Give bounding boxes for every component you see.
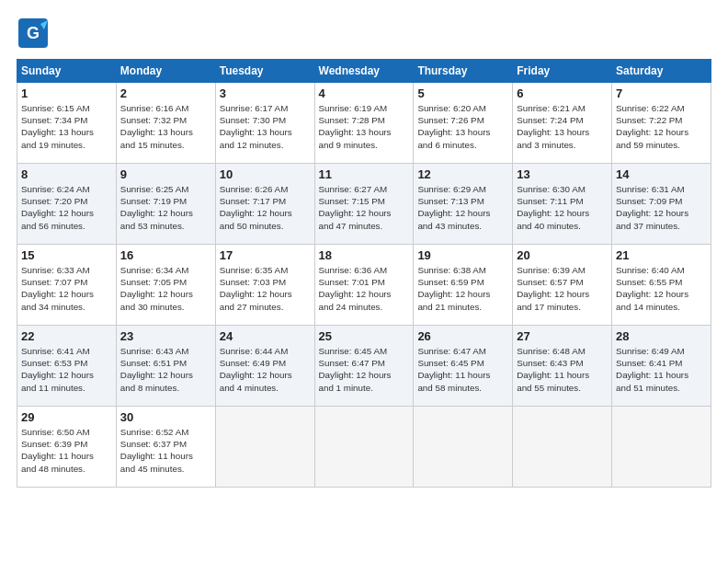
day-info: Sunrise: 6:52 AMSunset: 6:37 PMDaylight:… [120, 426, 211, 475]
day-info: Sunrise: 6:20 AMSunset: 7:26 PMDaylight:… [417, 102, 508, 151]
table-row: 8Sunrise: 6:24 AMSunset: 7:20 PMDaylight… [17, 164, 117, 245]
day-number: 8 [21, 167, 112, 181]
table-row [414, 407, 513, 488]
day-info: Sunrise: 6:49 AMSunset: 6:41 PMDaylight:… [616, 345, 707, 394]
day-number: 3 [220, 86, 311, 100]
table-row: 24Sunrise: 6:44 AMSunset: 6:49 PMDayligh… [215, 326, 314, 407]
page: G Sunday Monday Tuesday Wednesday Thursd… [0, 0, 728, 563]
table-row: 7Sunrise: 6:22 AMSunset: 7:22 PMDaylight… [612, 83, 711, 164]
day-number: 20 [517, 248, 608, 262]
day-info: Sunrise: 6:35 AMSunset: 7:03 PMDaylight:… [220, 264, 311, 313]
table-row [513, 407, 612, 488]
day-info: Sunrise: 6:34 AMSunset: 7:05 PMDaylight:… [120, 264, 211, 313]
table-row: 18Sunrise: 6:36 AMSunset: 7:01 PMDayligh… [314, 245, 414, 326]
header: G [17, 17, 711, 50]
day-number: 18 [319, 248, 410, 262]
day-info: Sunrise: 6:41 AMSunset: 6:53 PMDaylight:… [21, 345, 112, 394]
day-number: 5 [417, 86, 508, 100]
day-info: Sunrise: 6:48 AMSunset: 6:43 PMDaylight:… [517, 345, 608, 394]
day-number: 28 [616, 329, 707, 343]
col-tuesday: Tuesday [215, 60, 314, 83]
table-row: 3Sunrise: 6:17 AMSunset: 7:30 PMDaylight… [215, 83, 314, 164]
day-info: Sunrise: 6:36 AMSunset: 7:01 PMDaylight:… [319, 264, 410, 313]
day-info: Sunrise: 6:16 AMSunset: 7:32 PMDaylight:… [120, 102, 211, 151]
day-info: Sunrise: 6:47 AMSunset: 6:45 PMDaylight:… [417, 345, 508, 394]
day-number: 15 [21, 248, 112, 262]
table-row: 19Sunrise: 6:38 AMSunset: 6:59 PMDayligh… [414, 245, 513, 326]
table-row [215, 407, 314, 488]
table-row: 17Sunrise: 6:35 AMSunset: 7:03 PMDayligh… [215, 245, 314, 326]
table-row: 1Sunrise: 6:15 AMSunset: 7:34 PMDaylight… [17, 83, 117, 164]
logo-icon: G [17, 17, 50, 50]
col-friday: Friday [513, 60, 612, 83]
day-info: Sunrise: 6:19 AMSunset: 7:28 PMDaylight:… [319, 102, 410, 151]
logo: G [17, 17, 53, 50]
table-row: 21Sunrise: 6:40 AMSunset: 6:55 PMDayligh… [612, 245, 711, 326]
day-info: Sunrise: 6:22 AMSunset: 7:22 PMDaylight:… [616, 102, 707, 151]
day-number: 23 [120, 329, 211, 343]
day-number: 22 [21, 329, 112, 343]
day-info: Sunrise: 6:24 AMSunset: 7:20 PMDaylight:… [21, 183, 112, 232]
day-number: 7 [616, 86, 707, 100]
day-info: Sunrise: 6:25 AMSunset: 7:19 PMDaylight:… [120, 183, 211, 232]
day-number: 1 [21, 86, 112, 100]
day-info: Sunrise: 6:33 AMSunset: 7:07 PMDaylight:… [21, 264, 112, 313]
table-row: 6Sunrise: 6:21 AMSunset: 7:24 PMDaylight… [513, 83, 612, 164]
day-info: Sunrise: 6:30 AMSunset: 7:11 PMDaylight:… [517, 183, 608, 232]
table-row: 5Sunrise: 6:20 AMSunset: 7:26 PMDaylight… [414, 83, 513, 164]
day-number: 4 [319, 86, 410, 100]
day-info: Sunrise: 6:40 AMSunset: 6:55 PMDaylight:… [616, 264, 707, 313]
calendar-week-row: 8Sunrise: 6:24 AMSunset: 7:20 PMDaylight… [17, 164, 711, 245]
day-number: 13 [517, 167, 608, 181]
day-number: 17 [220, 248, 311, 262]
day-info: Sunrise: 6:38 AMSunset: 6:59 PMDaylight:… [417, 264, 508, 313]
day-number: 19 [417, 248, 508, 262]
table-row: 14Sunrise: 6:31 AMSunset: 7:09 PMDayligh… [612, 164, 711, 245]
table-row: 29Sunrise: 6:50 AMSunset: 6:39 PMDayligh… [17, 407, 117, 488]
table-row: 16Sunrise: 6:34 AMSunset: 7:05 PMDayligh… [116, 245, 215, 326]
day-info: Sunrise: 6:45 AMSunset: 6:47 PMDaylight:… [319, 345, 410, 394]
day-info: Sunrise: 6:39 AMSunset: 6:57 PMDaylight:… [517, 264, 608, 313]
day-number: 25 [319, 329, 410, 343]
calendar-week-row: 29Sunrise: 6:50 AMSunset: 6:39 PMDayligh… [17, 407, 711, 488]
table-row: 28Sunrise: 6:49 AMSunset: 6:41 PMDayligh… [612, 326, 711, 407]
col-thursday: Thursday [414, 60, 513, 83]
table-row: 22Sunrise: 6:41 AMSunset: 6:53 PMDayligh… [17, 326, 117, 407]
day-number: 12 [417, 167, 508, 181]
table-row: 9Sunrise: 6:25 AMSunset: 7:19 PMDaylight… [116, 164, 215, 245]
table-row: 2Sunrise: 6:16 AMSunset: 7:32 PMDaylight… [116, 83, 215, 164]
day-info: Sunrise: 6:31 AMSunset: 7:09 PMDaylight:… [616, 183, 707, 232]
col-sunday: Sunday [17, 60, 117, 83]
day-number: 16 [120, 248, 211, 262]
day-info: Sunrise: 6:17 AMSunset: 7:30 PMDaylight:… [220, 102, 311, 151]
day-info: Sunrise: 6:15 AMSunset: 7:34 PMDaylight:… [21, 102, 112, 151]
calendar-week-row: 1Sunrise: 6:15 AMSunset: 7:34 PMDaylight… [17, 83, 711, 164]
day-info: Sunrise: 6:44 AMSunset: 6:49 PMDaylight:… [220, 345, 311, 394]
col-saturday: Saturday [612, 60, 711, 83]
table-row: 4Sunrise: 6:19 AMSunset: 7:28 PMDaylight… [314, 83, 414, 164]
day-info: Sunrise: 6:27 AMSunset: 7:15 PMDaylight:… [319, 183, 410, 232]
table-row: 23Sunrise: 6:43 AMSunset: 6:51 PMDayligh… [116, 326, 215, 407]
day-number: 30 [120, 410, 211, 424]
table-row: 12Sunrise: 6:29 AMSunset: 7:13 PMDayligh… [414, 164, 513, 245]
table-row: 30Sunrise: 6:52 AMSunset: 6:37 PMDayligh… [116, 407, 215, 488]
day-number: 26 [417, 329, 508, 343]
day-info: Sunrise: 6:21 AMSunset: 7:24 PMDaylight:… [517, 102, 608, 151]
calendar-header-row: Sunday Monday Tuesday Wednesday Thursday… [17, 60, 711, 83]
calendar-table: Sunday Monday Tuesday Wednesday Thursday… [17, 59, 711, 488]
day-number: 2 [120, 86, 211, 100]
table-row: 11Sunrise: 6:27 AMSunset: 7:15 PMDayligh… [314, 164, 414, 245]
col-monday: Monday [116, 60, 215, 83]
day-number: 29 [21, 410, 112, 424]
day-number: 9 [120, 167, 211, 181]
day-number: 10 [220, 167, 311, 181]
day-number: 27 [517, 329, 608, 343]
day-number: 24 [220, 329, 311, 343]
table-row [314, 407, 414, 488]
table-row [612, 407, 711, 488]
col-wednesday: Wednesday [314, 60, 414, 83]
day-number: 21 [616, 248, 707, 262]
table-row: 26Sunrise: 6:47 AMSunset: 6:45 PMDayligh… [414, 326, 513, 407]
calendar-week-row: 22Sunrise: 6:41 AMSunset: 6:53 PMDayligh… [17, 326, 711, 407]
table-row: 20Sunrise: 6:39 AMSunset: 6:57 PMDayligh… [513, 245, 612, 326]
